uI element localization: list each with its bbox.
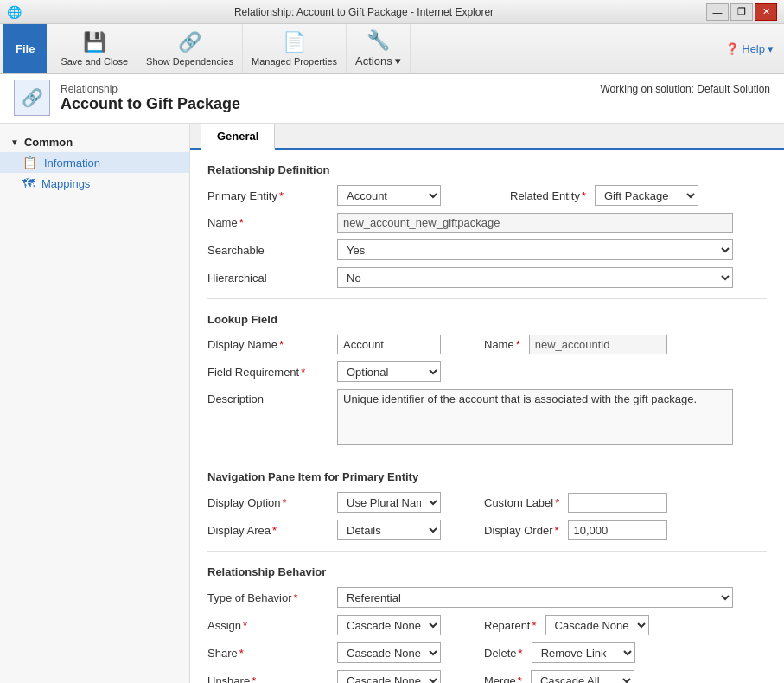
reparent-label: Reparent* — [484, 619, 537, 632]
primary-related-entity-row: Primary Entity* Account Related Entity* … — [207, 185, 767, 206]
app-header-left: 🔗 Relationship Account to Gift Package — [14, 80, 240, 116]
sidebar-item-mappings[interactable]: 🗺 Mappings — [0, 173, 189, 194]
delete-select[interactable]: Remove LinkRestrictCascade All — [532, 642, 635, 663]
show-dependencies-label: Show Dependencies — [146, 56, 233, 67]
sidebar-section-label: Common — [24, 136, 73, 149]
sidebar-item-information-label: Information — [44, 156, 100, 169]
display-name-input[interactable] — [337, 335, 441, 354]
display-area-required: * — [272, 524, 277, 537]
type-behavior-select[interactable]: ReferentialParentalConfigurable Cascadin… — [337, 587, 733, 608]
name-label: Name* — [207, 216, 328, 229]
help-button[interactable]: ❓ Help ▾ — [725, 42, 774, 55]
minimize-button[interactable]: — — [706, 3, 729, 21]
close-button[interactable]: ✕ — [755, 3, 777, 21]
searchable-select[interactable]: YesNo — [337, 239, 733, 260]
description-textarea[interactable]: Unique identifier of the account that is… — [337, 389, 733, 445]
section-lookup-field: Lookup Field — [207, 313, 767, 326]
name-field-label: Name* — [484, 338, 520, 351]
display-option-required: * — [283, 496, 287, 509]
merge-select[interactable]: Cascade AllCascade None — [531, 670, 634, 683]
reparent-required: * — [532, 619, 536, 632]
form-content: Relationship Definition Primary Entity* … — [190, 150, 784, 683]
app-header: 🔗 Relationship Account to Gift Package W… — [0, 74, 784, 124]
reparent-select[interactable]: Cascade NoneCascade AllCascade ActiveCas… — [545, 615, 649, 635]
display-order-required: * — [554, 524, 558, 537]
hierarchical-select[interactable]: NoYes — [337, 267, 733, 288]
custom-label-required: * — [555, 496, 559, 509]
unshare-label: Unshare* — [207, 674, 328, 684]
ribbon-right: ❓ Help ▾ — [725, 42, 781, 55]
display-area-select[interactable]: DetailsMarketingSalesService — [337, 520, 441, 540]
related-entity-required: * — [582, 189, 586, 202]
merge-label: Merge* — [484, 674, 522, 684]
help-icon: ❓ — [725, 42, 739, 55]
share-label: Share* — [207, 647, 328, 660]
actions-button[interactable]: 🔧 Actions ▾ — [347, 24, 411, 73]
primary-entity-select[interactable]: Account — [337, 185, 441, 206]
assign-select[interactable]: Cascade NoneCascade AllCascade ActiveCas… — [337, 615, 441, 635]
actions-icon: 🔧 — [367, 29, 390, 52]
lookup-display-name-row: Display Name* Name* — [207, 335, 767, 354]
managed-icon: 📄 — [283, 31, 306, 54]
title-bar-controls: — ❐ ✕ — [706, 3, 777, 21]
name-field-input[interactable] — [529, 335, 667, 354]
display-option-row: Display Option* Use Plural NameUse Custo… — [207, 492, 767, 513]
delete-label: Delete* — [484, 647, 523, 660]
assign-required: * — [243, 619, 247, 632]
divider-1 — [207, 298, 767, 299]
display-option-label: Display Option* — [207, 496, 328, 509]
section-relationship-behavior: Relationship Behavior — [207, 565, 767, 578]
searchable-row: Searchable YesNo — [207, 239, 767, 260]
app-header-text: Relationship Account to Gift Package — [61, 83, 240, 113]
save-close-button[interactable]: 💾 Save and Close — [52, 24, 137, 73]
sidebar-item-information[interactable]: 📋 Information — [0, 152, 189, 173]
display-area-label: Display Area* — [207, 524, 328, 537]
hierarchical-row: Hierarchical NoYes — [207, 267, 767, 288]
title-bar: 🌐 Relationship: Account to Gift Package … — [0, 0, 784, 24]
save-close-label: Save and Close — [61, 56, 128, 67]
field-req-required: * — [301, 366, 305, 379]
display-area-row: Display Area* DetailsMarketingSalesServi… — [207, 520, 767, 540]
managed-properties-button[interactable]: 📄 Managed Properties — [243, 24, 347, 73]
name-field-required: * — [516, 338, 520, 351]
display-order-label: Display Order* — [484, 524, 559, 537]
assign-label: Assign* — [207, 619, 328, 632]
dependencies-icon: 🔗 — [178, 31, 201, 54]
tab-bar: General — [190, 124, 784, 150]
display-name-label: Display Name* — [207, 338, 328, 351]
form-area: General Relationship Definition Primary … — [190, 124, 784, 683]
name-input[interactable] — [337, 213, 733, 233]
share-required: * — [239, 647, 244, 660]
field-requirement-select[interactable]: OptionalRequiredRecommended — [337, 361, 441, 382]
main-content: ▼ Common 📋 Information 🗺 Mappings Genera… — [0, 124, 784, 683]
restore-button[interactable]: ❐ — [730, 3, 753, 21]
unshare-select[interactable]: Cascade NoneCascade AllCascade ActiveCas… — [337, 670, 441, 683]
related-entity-label: Related Entity* — [510, 189, 586, 202]
show-dependencies-button[interactable]: 🔗 Show Dependencies — [137, 24, 243, 73]
display-option-select[interactable]: Use Plural NameUse Custom LabelDo Not Di… — [337, 492, 441, 513]
field-requirement-row: Field Requirement* OptionalRequiredRecom… — [207, 361, 767, 382]
field-requirement-label: Field Requirement* — [207, 366, 328, 379]
type-behavior-label: Type of Behavior* — [207, 591, 328, 604]
divider-2 — [207, 456, 767, 456]
section-nav-pane: Navigation Pane Item for Primary Entity — [207, 470, 767, 483]
divider-3 — [207, 551, 767, 552]
ribbon: File 💾 Save and Close 🔗 Show Dependencie… — [0, 24, 784, 74]
primary-entity-required: * — [279, 189, 284, 202]
page-title: Account to Gift Package — [61, 95, 240, 113]
hierarchical-label: Hierarchical — [207, 271, 328, 284]
tab-general[interactable]: General — [201, 124, 275, 150]
solution-text: Working on solution: Default Solution — [600, 80, 770, 95]
information-icon: 📋 — [22, 156, 37, 169]
file-button[interactable]: File — [3, 24, 47, 73]
breadcrumb: Relationship — [61, 83, 240, 95]
actions-label: Actions ▾ — [355, 54, 401, 67]
related-entity-select[interactable]: Gift Package — [595, 185, 698, 206]
managed-properties-label: Managed Properties — [252, 56, 337, 67]
share-select[interactable]: Cascade NoneCascade AllCascade ActiveCas… — [337, 642, 441, 663]
app-area: 🔗 Relationship Account to Gift Package W… — [0, 74, 784, 683]
display-order-input[interactable] — [568, 520, 667, 540]
custom-label-input[interactable] — [568, 493, 667, 513]
sidebar-section-common[interactable]: ▼ Common — [0, 132, 189, 152]
primary-entity-label: Primary Entity* — [207, 189, 328, 202]
